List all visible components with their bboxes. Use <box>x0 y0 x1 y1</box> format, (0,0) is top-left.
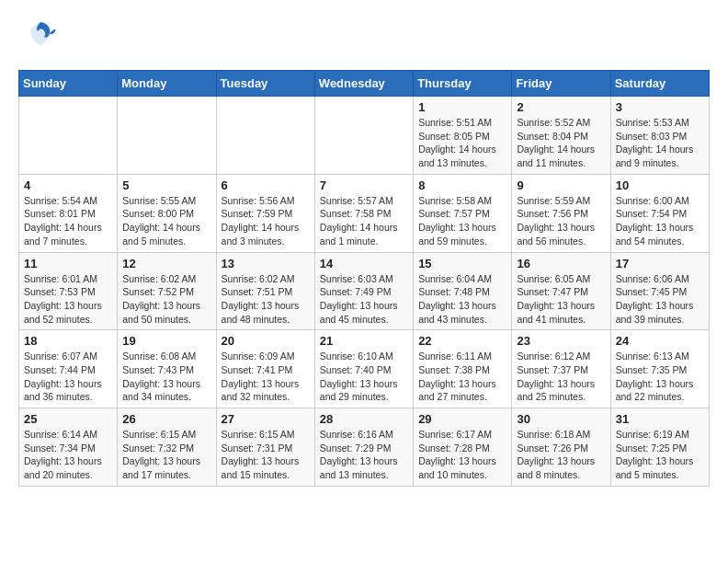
calendar-header-thursday: Thursday <box>414 71 512 97</box>
day-info: Sunrise: 5:54 AMSunset: 8:01 PMDaylight:… <box>24 194 112 248</box>
day-number: 24 <box>616 334 704 348</box>
calendar-cell: 6Sunrise: 5:56 AMSunset: 7:59 PMDaylight… <box>216 174 314 252</box>
day-info: Sunrise: 6:08 AMSunset: 7:43 PMDaylight:… <box>122 350 210 404</box>
day-number: 14 <box>320 257 408 270</box>
calendar-header-sunday: Sunday <box>19 71 118 97</box>
calendar-table: SundayMondayTuesdayWednesdayThursdayFrid… <box>18 70 710 487</box>
day-info: Sunrise: 6:16 AMSunset: 7:29 PMDaylight:… <box>320 428 408 482</box>
calendar-header-friday: Friday <box>512 71 610 97</box>
day-number: 16 <box>517 257 605 270</box>
calendar-cell: 2Sunrise: 5:52 AMSunset: 8:04 PMDaylight… <box>512 97 610 175</box>
day-info: Sunrise: 6:06 AMSunset: 7:45 PMDaylight:… <box>616 272 704 327</box>
day-info: Sunrise: 6:12 AMSunset: 7:37 PMDaylight:… <box>517 350 605 404</box>
day-info: Sunrise: 6:15 AMSunset: 7:32 PMDaylight:… <box>122 428 210 482</box>
calendar-cell: 29Sunrise: 6:17 AMSunset: 7:28 PMDayligh… <box>414 408 512 487</box>
day-number: 8 <box>418 178 506 192</box>
day-number: 23 <box>517 334 605 348</box>
calendar-cell: 16Sunrise: 6:05 AMSunset: 7:47 PMDayligh… <box>512 252 610 330</box>
calendar-cell: 13Sunrise: 6:02 AMSunset: 7:51 PMDayligh… <box>216 252 314 330</box>
calendar-cell: 28Sunrise: 6:16 AMSunset: 7:29 PMDayligh… <box>314 408 413 487</box>
day-number: 15 <box>418 257 506 270</box>
calendar-cell: 24Sunrise: 6:13 AMSunset: 7:35 PMDayligh… <box>610 330 709 408</box>
calendar-header-wednesday: Wednesday <box>314 71 413 97</box>
calendar-header-tuesday: Tuesday <box>216 71 314 97</box>
calendar-cell: 7Sunrise: 5:57 AMSunset: 7:58 PMDaylight… <box>314 174 413 252</box>
calendar-week-row: 11Sunrise: 6:01 AMSunset: 7:53 PMDayligh… <box>19 252 710 330</box>
calendar-cell: 25Sunrise: 6:14 AMSunset: 7:34 PMDayligh… <box>19 408 118 487</box>
day-info: Sunrise: 5:59 AMSunset: 7:56 PMDaylight:… <box>517 194 605 248</box>
calendar-cell <box>314 97 413 175</box>
day-number: 25 <box>24 412 112 426</box>
logo <box>18 18 57 55</box>
day-info: Sunrise: 5:51 AMSunset: 8:05 PMDaylight:… <box>418 116 506 170</box>
calendar-header-monday: Monday <box>118 71 216 97</box>
calendar-week-row: 4Sunrise: 5:54 AMSunset: 8:01 PMDaylight… <box>19 174 710 252</box>
day-number: 18 <box>24 334 112 348</box>
day-info: Sunrise: 6:01 AMSunset: 7:53 PMDaylight:… <box>24 272 112 327</box>
day-number: 21 <box>320 334 408 348</box>
calendar-cell: 4Sunrise: 5:54 AMSunset: 8:01 PMDaylight… <box>19 174 118 252</box>
logo-bird-icon <box>24 18 57 55</box>
day-number: 10 <box>616 178 704 192</box>
day-info: Sunrise: 6:19 AMSunset: 7:25 PMDaylight:… <box>616 428 704 482</box>
day-number: 1 <box>418 100 506 114</box>
day-info: Sunrise: 6:02 AMSunset: 7:52 PMDaylight:… <box>122 272 210 327</box>
calendar-cell: 1Sunrise: 5:51 AMSunset: 8:05 PMDaylight… <box>414 97 512 175</box>
day-info: Sunrise: 6:07 AMSunset: 7:44 PMDaylight:… <box>24 350 112 404</box>
day-info: Sunrise: 5:53 AMSunset: 8:03 PMDaylight:… <box>616 116 704 170</box>
calendar-cell: 31Sunrise: 6:19 AMSunset: 7:25 PMDayligh… <box>610 408 709 487</box>
day-info: Sunrise: 6:13 AMSunset: 7:35 PMDaylight:… <box>616 350 704 404</box>
calendar-cell <box>118 97 216 175</box>
day-info: Sunrise: 6:18 AMSunset: 7:26 PMDaylight:… <box>517 428 605 482</box>
day-number: 3 <box>616 100 704 114</box>
day-info: Sunrise: 6:05 AMSunset: 7:47 PMDaylight:… <box>517 272 605 327</box>
day-info: Sunrise: 5:52 AMSunset: 8:04 PMDaylight:… <box>517 116 605 170</box>
calendar-cell: 9Sunrise: 5:59 AMSunset: 7:56 PMDaylight… <box>512 174 610 252</box>
day-number: 11 <box>24 257 112 270</box>
calendar-cell <box>216 97 314 175</box>
calendar-cell: 30Sunrise: 6:18 AMSunset: 7:26 PMDayligh… <box>512 408 610 487</box>
day-number: 7 <box>320 178 408 192</box>
calendar-week-row: 1Sunrise: 5:51 AMSunset: 8:05 PMDaylight… <box>19 97 710 175</box>
day-number: 13 <box>222 257 310 270</box>
calendar-week-row: 18Sunrise: 6:07 AMSunset: 7:44 PMDayligh… <box>19 330 710 408</box>
day-info: Sunrise: 6:02 AMSunset: 7:51 PMDaylight:… <box>222 272 310 327</box>
calendar-cell: 5Sunrise: 5:55 AMSunset: 8:00 PMDaylight… <box>118 174 216 252</box>
calendar-cell: 21Sunrise: 6:10 AMSunset: 7:40 PMDayligh… <box>314 330 413 408</box>
calendar-cell: 27Sunrise: 6:15 AMSunset: 7:31 PMDayligh… <box>216 408 314 487</box>
calendar-header-saturday: Saturday <box>610 71 709 97</box>
day-info: Sunrise: 6:14 AMSunset: 7:34 PMDaylight:… <box>24 428 112 482</box>
day-info: Sunrise: 6:15 AMSunset: 7:31 PMDaylight:… <box>222 428 310 482</box>
day-number: 2 <box>517 100 605 114</box>
calendar-cell: 26Sunrise: 6:15 AMSunset: 7:32 PMDayligh… <box>118 408 216 487</box>
day-number: 6 <box>222 178 310 192</box>
day-number: 4 <box>24 178 112 192</box>
day-number: 29 <box>418 412 506 426</box>
day-number: 17 <box>616 257 704 270</box>
day-info: Sunrise: 5:56 AMSunset: 7:59 PMDaylight:… <box>222 194 310 248</box>
day-info: Sunrise: 6:10 AMSunset: 7:40 PMDaylight:… <box>320 350 408 404</box>
day-number: 22 <box>418 334 506 348</box>
calendar-header-row: SundayMondayTuesdayWednesdayThursdayFrid… <box>19 71 710 97</box>
day-info: Sunrise: 6:00 AMSunset: 7:54 PMDaylight:… <box>616 194 704 248</box>
day-info: Sunrise: 6:09 AMSunset: 7:41 PMDaylight:… <box>222 350 310 404</box>
day-number: 27 <box>222 412 310 426</box>
calendar-cell: 18Sunrise: 6:07 AMSunset: 7:44 PMDayligh… <box>19 330 118 408</box>
day-info: Sunrise: 6:11 AMSunset: 7:38 PMDaylight:… <box>418 350 506 404</box>
calendar-week-row: 25Sunrise: 6:14 AMSunset: 7:34 PMDayligh… <box>19 408 710 487</box>
day-info: Sunrise: 6:03 AMSunset: 7:49 PMDaylight:… <box>320 272 408 327</box>
calendar-cell: 14Sunrise: 6:03 AMSunset: 7:49 PMDayligh… <box>314 252 413 330</box>
calendar-cell: 23Sunrise: 6:12 AMSunset: 7:37 PMDayligh… <box>512 330 610 408</box>
day-info: Sunrise: 6:17 AMSunset: 7:28 PMDaylight:… <box>418 428 506 482</box>
day-number: 28 <box>320 412 408 426</box>
day-number: 9 <box>517 178 605 192</box>
page-header <box>18 18 710 55</box>
calendar-cell: 20Sunrise: 6:09 AMSunset: 7:41 PMDayligh… <box>216 330 314 408</box>
calendar-cell: 17Sunrise: 6:06 AMSunset: 7:45 PMDayligh… <box>610 252 709 330</box>
calendar-cell: 3Sunrise: 5:53 AMSunset: 8:03 PMDaylight… <box>610 97 709 175</box>
day-info: Sunrise: 6:04 AMSunset: 7:48 PMDaylight:… <box>418 272 506 327</box>
calendar-cell: 15Sunrise: 6:04 AMSunset: 7:48 PMDayligh… <box>414 252 512 330</box>
day-info: Sunrise: 5:57 AMSunset: 7:58 PMDaylight:… <box>320 194 408 248</box>
day-number: 20 <box>222 334 310 348</box>
day-number: 12 <box>122 257 210 270</box>
